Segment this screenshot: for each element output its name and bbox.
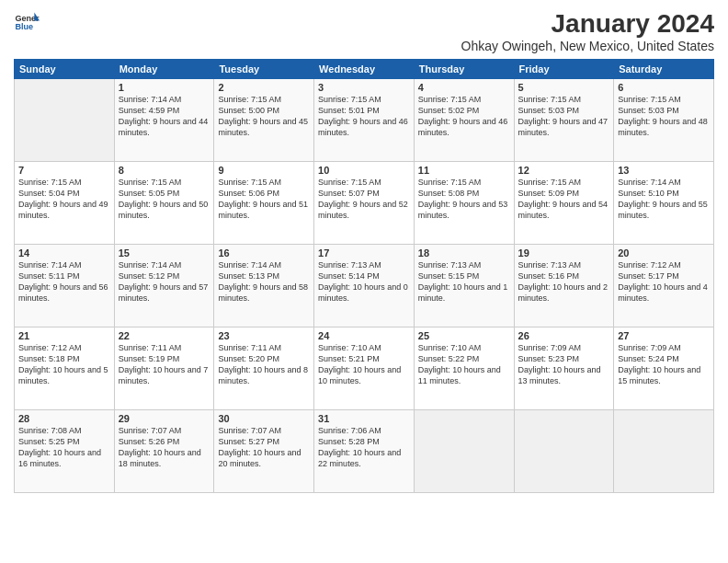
table-row: 25Sunrise: 7:10 AM Sunset: 5:22 PM Dayli…: [414, 327, 514, 410]
day-number: 8: [119, 165, 210, 176]
day-info: Sunrise: 7:14 AM Sunset: 5:11 PM Dayligh…: [18, 259, 110, 304]
table-row: 8Sunrise: 7:15 AM Sunset: 5:05 PM Daylig…: [114, 162, 214, 245]
header-wednesday: Wednesday: [314, 60, 415, 79]
day-number: 16: [218, 247, 310, 259]
header-thursday: Thursday: [414, 60, 514, 79]
day-info: Sunrise: 7:15 AM Sunset: 5:05 PM Dayligh…: [119, 177, 210, 222]
day-number: 21: [18, 330, 110, 341]
day-info: Sunrise: 7:13 AM Sunset: 5:14 PM Dayligh…: [318, 259, 410, 304]
calendar-week-row: 14Sunrise: 7:14 AM Sunset: 5:11 PM Dayli…: [15, 245, 714, 327]
table-row: 26Sunrise: 7:09 AM Sunset: 5:23 PM Dayli…: [514, 327, 614, 410]
table-row: 20Sunrise: 7:12 AM Sunset: 5:17 PM Dayli…: [614, 245, 714, 327]
table-row: 19Sunrise: 7:13 AM Sunset: 5:16 PM Dayli…: [514, 245, 614, 327]
table-row: 7Sunrise: 7:15 AM Sunset: 5:04 PM Daylig…: [15, 162, 115, 245]
calendar-week-row: 21Sunrise: 7:12 AM Sunset: 5:18 PM Dayli…: [15, 327, 714, 410]
table-row: 30Sunrise: 7:07 AM Sunset: 5:27 PM Dayli…: [214, 410, 314, 493]
table-row: 5Sunrise: 7:15 AM Sunset: 5:03 PM Daylig…: [514, 79, 614, 162]
day-number: 27: [618, 330, 710, 341]
header-friday: Friday: [514, 60, 614, 79]
day-number: 17: [318, 247, 410, 259]
table-row: 16Sunrise: 7:14 AM Sunset: 5:13 PM Dayli…: [214, 245, 314, 327]
day-number: 25: [418, 330, 510, 341]
table-row: 23Sunrise: 7:11 AM Sunset: 5:20 PM Dayli…: [214, 327, 314, 410]
table-row: 11Sunrise: 7:15 AM Sunset: 5:08 PM Dayli…: [414, 162, 514, 245]
day-number: 6: [618, 82, 710, 93]
day-number: 13: [618, 165, 710, 176]
day-info: Sunrise: 7:15 AM Sunset: 5:06 PM Dayligh…: [218, 177, 310, 222]
table-row: 1Sunrise: 7:14 AM Sunset: 4:59 PM Daylig…: [114, 79, 214, 162]
day-info: Sunrise: 7:15 AM Sunset: 5:02 PM Dayligh…: [418, 94, 510, 139]
table-row: [15, 79, 115, 162]
day-info: Sunrise: 7:09 AM Sunset: 5:23 PM Dayligh…: [518, 342, 610, 387]
table-row: 13Sunrise: 7:14 AM Sunset: 5:10 PM Dayli…: [614, 162, 714, 245]
day-number: 23: [218, 330, 310, 341]
header-sunday: Sunday: [15, 60, 115, 79]
day-number: 30: [218, 413, 310, 424]
day-info: Sunrise: 7:09 AM Sunset: 5:24 PM Dayligh…: [618, 342, 710, 387]
table-row: 14Sunrise: 7:14 AM Sunset: 5:11 PM Dayli…: [15, 245, 115, 327]
day-number: 9: [218, 165, 310, 176]
day-number: 14: [18, 247, 110, 259]
day-info: Sunrise: 7:15 AM Sunset: 5:03 PM Dayligh…: [618, 94, 710, 139]
day-info: Sunrise: 7:14 AM Sunset: 5:10 PM Dayligh…: [618, 177, 710, 222]
calendar-week-row: 1Sunrise: 7:14 AM Sunset: 4:59 PM Daylig…: [15, 79, 714, 162]
day-number: 19: [518, 247, 610, 259]
day-number: 4: [418, 82, 510, 93]
day-number: 28: [18, 413, 110, 424]
calendar-table: Sunday Monday Tuesday Wednesday Thursday…: [14, 59, 714, 493]
table-row: 4Sunrise: 7:15 AM Sunset: 5:02 PM Daylig…: [414, 79, 514, 162]
day-number: 22: [119, 330, 210, 341]
table-row: 15Sunrise: 7:14 AM Sunset: 5:12 PM Dayli…: [114, 245, 214, 327]
day-number: 2: [218, 82, 310, 93]
day-info: Sunrise: 7:07 AM Sunset: 5:26 PM Dayligh…: [119, 425, 210, 470]
header-monday: Monday: [114, 60, 214, 79]
table-row: 3Sunrise: 7:15 AM Sunset: 5:01 PM Daylig…: [314, 79, 415, 162]
logo: General Blue: [14, 9, 41, 35]
day-number: 29: [119, 413, 210, 424]
table-row: 29Sunrise: 7:07 AM Sunset: 5:26 PM Dayli…: [114, 410, 214, 493]
day-info: Sunrise: 7:12 AM Sunset: 5:17 PM Dayligh…: [618, 259, 710, 304]
day-info: Sunrise: 7:10 AM Sunset: 5:21 PM Dayligh…: [318, 342, 410, 387]
day-number: 12: [518, 165, 610, 176]
table-row: 24Sunrise: 7:10 AM Sunset: 5:21 PM Dayli…: [314, 327, 415, 410]
calendar-subtitle: Ohkay Owingeh, New Mexico, United States: [461, 39, 714, 53]
day-number: 7: [18, 165, 110, 176]
calendar-week-row: 7Sunrise: 7:15 AM Sunset: 5:04 PM Daylig…: [15, 162, 714, 245]
day-number: 11: [418, 165, 510, 176]
day-info: Sunrise: 7:14 AM Sunset: 5:13 PM Dayligh…: [218, 259, 310, 304]
day-number: 3: [318, 82, 410, 93]
table-row: 31Sunrise: 7:06 AM Sunset: 5:28 PM Dayli…: [314, 410, 415, 493]
day-number: 24: [318, 330, 410, 341]
day-info: Sunrise: 7:15 AM Sunset: 5:09 PM Dayligh…: [518, 177, 610, 222]
day-info: Sunrise: 7:07 AM Sunset: 5:27 PM Dayligh…: [218, 425, 310, 470]
table-row: 28Sunrise: 7:08 AM Sunset: 5:25 PM Dayli…: [15, 410, 115, 493]
day-number: 26: [518, 330, 610, 341]
table-row: 9Sunrise: 7:15 AM Sunset: 5:06 PM Daylig…: [214, 162, 314, 245]
day-info: Sunrise: 7:11 AM Sunset: 5:19 PM Dayligh…: [119, 342, 210, 387]
day-info: Sunrise: 7:13 AM Sunset: 5:16 PM Dayligh…: [518, 259, 610, 304]
day-info: Sunrise: 7:15 AM Sunset: 5:04 PM Dayligh…: [18, 177, 110, 222]
day-info: Sunrise: 7:11 AM Sunset: 5:20 PM Dayligh…: [218, 342, 310, 387]
calendar-week-row: 28Sunrise: 7:08 AM Sunset: 5:25 PM Dayli…: [15, 410, 714, 493]
table-row: 17Sunrise: 7:13 AM Sunset: 5:14 PM Dayli…: [314, 245, 415, 327]
day-number: 10: [318, 165, 410, 176]
title-block: January 2024 Ohkay Owingeh, New Mexico, …: [461, 9, 714, 53]
table-row: [514, 410, 614, 493]
svg-text:Blue: Blue: [15, 22, 33, 31]
day-info: Sunrise: 7:12 AM Sunset: 5:18 PM Dayligh…: [18, 342, 110, 387]
day-info: Sunrise: 7:08 AM Sunset: 5:25 PM Dayligh…: [18, 425, 110, 470]
table-row: 22Sunrise: 7:11 AM Sunset: 5:19 PM Dayli…: [114, 327, 214, 410]
day-number: 1: [119, 82, 210, 93]
day-number: 15: [119, 247, 210, 259]
table-row: [614, 410, 714, 493]
table-row: 12Sunrise: 7:15 AM Sunset: 5:09 PM Dayli…: [514, 162, 614, 245]
table-row: 27Sunrise: 7:09 AM Sunset: 5:24 PM Dayli…: [614, 327, 714, 410]
day-info: Sunrise: 7:15 AM Sunset: 5:01 PM Dayligh…: [318, 94, 410, 139]
day-info: Sunrise: 7:06 AM Sunset: 5:28 PM Dayligh…: [318, 425, 410, 470]
table-row: 21Sunrise: 7:12 AM Sunset: 5:18 PM Dayli…: [15, 327, 115, 410]
day-info: Sunrise: 7:14 AM Sunset: 4:59 PM Dayligh…: [119, 94, 210, 139]
table-row: [414, 410, 514, 493]
day-info: Sunrise: 7:15 AM Sunset: 5:00 PM Dayligh…: [218, 94, 310, 139]
day-number: 20: [618, 247, 710, 259]
day-info: Sunrise: 7:15 AM Sunset: 5:07 PM Dayligh…: [318, 177, 410, 222]
